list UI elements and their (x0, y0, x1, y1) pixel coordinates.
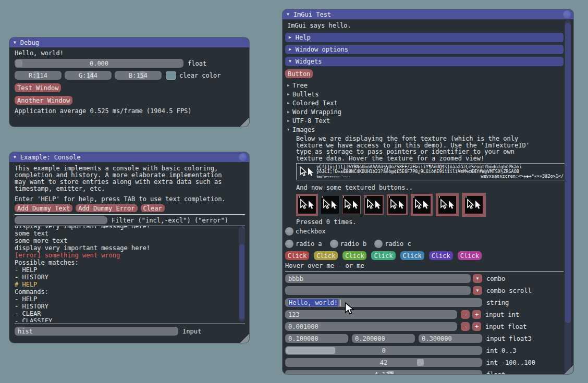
image-button[interactable] (462, 193, 486, 217)
input-float-field[interactable]: 0.001000 (285, 322, 457, 331)
input-float3-y-value: 0.200000 (355, 335, 385, 342)
greeting-text: Hello, world! (15, 50, 245, 57)
header-label: Help (296, 34, 311, 41)
filter-input[interactable] (15, 216, 107, 224)
resize-grip[interactable] (564, 365, 573, 374)
another-window-button[interactable]: Another Window (15, 96, 72, 105)
input-float3-z-value: 0.300000 (422, 335, 452, 342)
combo-scroll-box[interactable] (285, 286, 471, 295)
input-int-row: 123 - + input int (285, 310, 564, 319)
combo-box[interactable]: bbbb (285, 274, 471, 283)
command-input[interactable]: hist (15, 327, 178, 336)
float-slider[interactable]: 0.000 (15, 59, 183, 68)
click-button-3[interactable]: Click (342, 251, 366, 260)
collapse-arrow-icon: ▶ (289, 47, 291, 52)
radio-button-b[interactable] (330, 240, 338, 248)
tree-node-images[interactable]: ▼ Images (287, 126, 564, 134)
resize-grip[interactable] (240, 333, 249, 343)
collapse-arrow-icon: ▼ (289, 59, 291, 64)
log-line: - CLASSIFY (15, 317, 245, 322)
test-titlebar[interactable]: ▼ ImGui Test (283, 9, 573, 19)
console-log[interactable]: display very important message here! som… (15, 226, 245, 322)
click-button-6[interactable]: Click (429, 251, 453, 260)
radio-button-a[interactable] (285, 240, 293, 248)
debug-titlebar[interactable]: ▼ Debug (9, 38, 249, 47)
input-int-field[interactable]: 123 (285, 310, 457, 319)
resize-grip[interactable] (240, 117, 249, 127)
click-button-1[interactable]: Click (285, 251, 309, 260)
font-texture-image[interactable]: ýÇf}{ÿj()[]|%ÝBÑòÙõóÂÃÄÀô½¼ÙúŽŠ8ÉÈ/â​ÈÞï… (296, 163, 566, 180)
add-dummy-text-button[interactable]: Add Dummy Text (15, 204, 72, 212)
click-buttons-row: Click Click Click Click Click Click Clic… (285, 251, 564, 260)
string-input[interactable]: Hello, world!| (285, 298, 482, 307)
slider-float[interactable]: 4.123 (285, 370, 482, 374)
image-button[interactable] (342, 195, 361, 214)
add-dummy-error-button[interactable]: Add Dummy Error (76, 204, 137, 212)
header-widgets[interactable]: ▼ Widgets (285, 57, 564, 66)
slider-int-small-label: int 0..3 (486, 347, 517, 354)
image-button[interactable] (387, 194, 408, 215)
log-scrollbar-grab[interactable] (239, 244, 244, 319)
click-button-7[interactable]: Click (458, 251, 482, 260)
window-scrollbar[interactable] (565, 20, 571, 373)
collapse-arrow-icon[interactable]: ▼ (287, 13, 289, 17)
click-button-5[interactable]: Click (400, 251, 424, 260)
log-line: - HELP (15, 266, 245, 274)
tree-node-utf8-text[interactable]: ▶ UTF-8 Text (287, 117, 564, 125)
combo-scroll-arrow-button[interactable]: ▼ (473, 286, 482, 295)
minus-button[interactable]: - (461, 310, 470, 319)
tree-arrow-icon: ▶ (287, 92, 292, 96)
plus-button[interactable]: + (472, 322, 481, 331)
tree-arrow-icon: ▶ (287, 110, 292, 114)
image-button[interactable] (411, 194, 433, 216)
color-edit-label: clear color (179, 72, 220, 79)
color-edit-b[interactable]: B:154 (115, 71, 162, 80)
tree-node-colored-text[interactable]: ▶ Colored Text (287, 99, 564, 107)
separator (15, 324, 245, 324)
color-swatch[interactable] (166, 71, 176, 80)
image-button[interactable] (364, 195, 384, 215)
header-window-options[interactable]: ▶ Window options (285, 45, 564, 54)
color-edit-g[interactable]: G:144 (65, 71, 112, 80)
tree-node-word-wrapping[interactable]: ▶ Word Wrapping (287, 108, 564, 116)
input-float3-y[interactable]: 0.200000 (352, 334, 415, 343)
console-titlebar[interactable]: ▼ Example: Console (9, 152, 249, 162)
color-edit-r[interactable]: R:114 (15, 71, 62, 80)
click-button-2[interactable]: Click (314, 251, 338, 260)
combo-arrow-button[interactable]: ▼ (473, 274, 482, 283)
clear-button[interactable]: Clear (141, 204, 165, 212)
image-button[interactable] (321, 196, 339, 214)
tree-node-bullets[interactable]: ▶ Bullets (287, 90, 564, 98)
collapse-arrow-icon[interactable]: ▼ (14, 155, 16, 159)
image-button[interactable] (296, 194, 318, 216)
input-float-label: input float (485, 323, 526, 330)
close-button[interactable] (563, 10, 571, 18)
radio-label: radio c (385, 240, 411, 248)
image-button[interactable] (436, 193, 459, 216)
window-scrollbar-grab[interactable] (565, 23, 571, 323)
slider-float-label: float (486, 371, 505, 375)
plus-button[interactable]: + (472, 310, 481, 319)
log-scrollbar[interactable] (239, 226, 245, 322)
font-texture-glyphs: tmo^m=«¤««««·´~~·· (316, 174, 350, 179)
color-edit-g-value: G:144 (65, 71, 112, 80)
slider-int-0-3[interactable]: 0 (285, 346, 482, 355)
textured-buttons-row (296, 192, 564, 217)
input-float3-z[interactable]: 0.300000 (419, 334, 482, 343)
header-help[interactable]: ▶ Help (285, 33, 564, 42)
test-window-button[interactable]: Test Window (15, 83, 61, 92)
input-float3-x[interactable]: 0.100000 (285, 334, 348, 343)
input-float-row: 0.001000 - + input float (285, 322, 564, 331)
hover-text: Hover over me - or me (285, 263, 564, 269)
tree-node-tree[interactable]: ▶ Tree (287, 81, 564, 90)
checkbox[interactable] (285, 227, 293, 236)
radio-button-c[interactable] (374, 240, 383, 248)
click-button-4[interactable]: Click (371, 251, 395, 260)
close-button[interactable] (239, 153, 247, 161)
minus-button[interactable]: - (461, 322, 470, 331)
collapse-arrow-icon[interactable]: ▼ (14, 41, 16, 45)
filter-label: Filter ("incl,-excl") ("error") (112, 217, 228, 224)
combo-label: combo (486, 275, 505, 282)
button-widget[interactable]: Button (285, 69, 313, 78)
slider-int-minus100-100[interactable]: 42 (285, 358, 482, 367)
